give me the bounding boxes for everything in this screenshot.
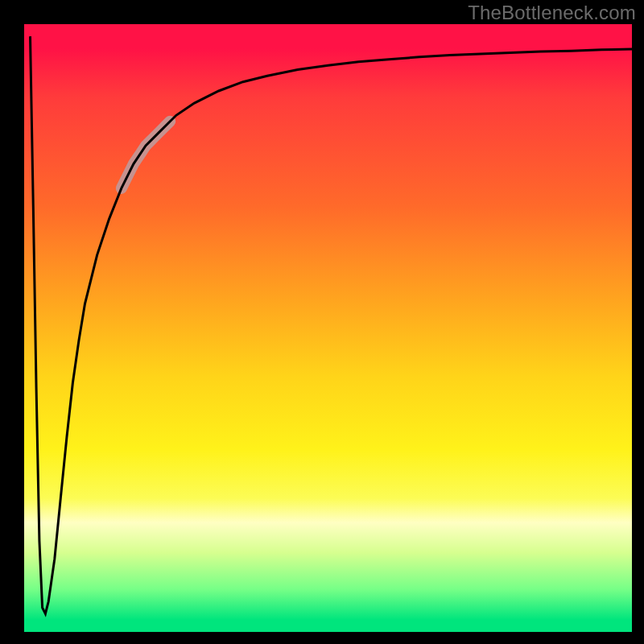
watermark-text: TheBottleneck.com [468,2,636,24]
highlight-segment [122,122,170,188]
chart-frame: TheBottleneck.com [0,0,644,644]
plot-area [24,24,632,632]
bottleneck-curve [31,36,633,613]
curve-svg [24,24,632,632]
